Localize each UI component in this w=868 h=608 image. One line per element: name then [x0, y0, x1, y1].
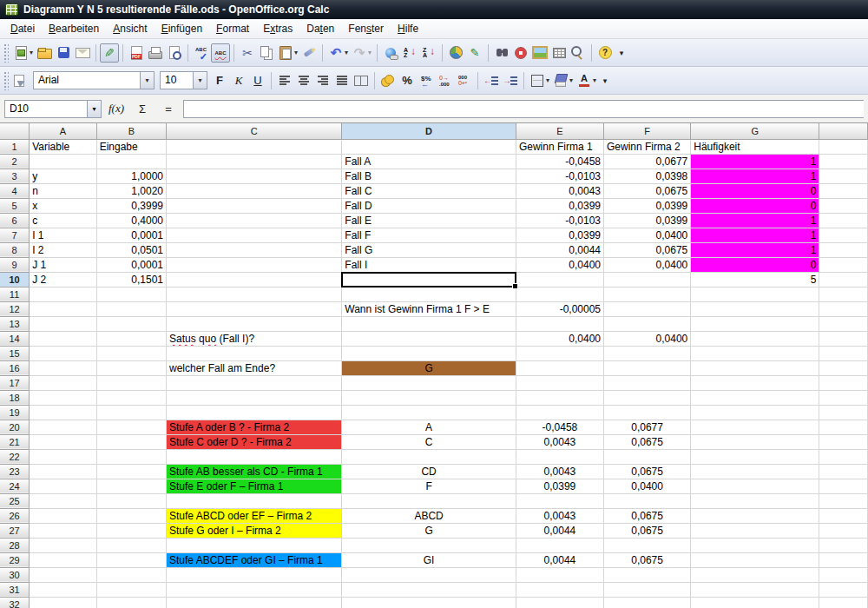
cell-A28[interactable] — [30, 538, 97, 552]
cell-D21[interactable]: C — [342, 434, 516, 449]
cell-H3[interactable] — [819, 169, 868, 183]
cell-F20[interactable]: 0,0677 — [604, 420, 691, 434]
cell-E3[interactable]: -0,0103 — [516, 169, 603, 183]
cell-A18[interactable] — [30, 390, 97, 405]
borders-dropdown-icon[interactable]: ▾ — [546, 76, 549, 84]
help-button[interactable] — [595, 43, 615, 63]
cell-E21[interactable]: 0,0043 — [516, 434, 603, 449]
cell-C10[interactable] — [167, 272, 342, 287]
cell-H12[interactable] — [819, 301, 868, 316]
cell-C24[interactable]: Stufe E oder F – Firma 1 — [167, 479, 342, 493]
cell-B8[interactable]: 0,0501 — [96, 242, 166, 257]
cell-E16[interactable] — [516, 360, 603, 375]
cell-F24[interactable]: 0,0400 — [604, 479, 691, 493]
row-header-31[interactable]: 31 — [0, 582, 30, 597]
cell-C22[interactable] — [167, 449, 342, 464]
row-header-16[interactable]: 16 — [0, 360, 30, 375]
row-header-21[interactable]: 21 — [0, 434, 30, 449]
cell-C8[interactable] — [167, 242, 342, 257]
cell-H26[interactable] — [819, 508, 868, 523]
cell-H22[interactable] — [819, 449, 868, 464]
cell-A4[interactable]: n — [30, 183, 97, 198]
cell-D1[interactable] — [342, 139, 516, 154]
cell-G25[interactable] — [691, 493, 819, 508]
font-color-button[interactable]: ▾ — [575, 71, 598, 90]
column-header-B[interactable]: B — [96, 123, 166, 139]
find-replace-button[interactable] — [492, 43, 511, 63]
cell-E24[interactable]: 0,0399 — [516, 479, 603, 493]
cell-F16[interactable] — [604, 360, 691, 375]
menu-item-einfgen[interactable]: Einfügen — [155, 20, 209, 37]
cell-A21[interactable] — [30, 434, 97, 449]
cell-D14[interactable] — [342, 331, 516, 346]
cell-B6[interactable]: 0,4000 — [96, 213, 166, 228]
cell-B2[interactable] — [96, 154, 166, 169]
cell-E23[interactable]: 0,0043 — [516, 464, 603, 479]
cell-C29[interactable]: Stufe ABCDEF oder GI – Firma 1 — [167, 552, 342, 567]
cell-D7[interactable]: Fall F — [342, 228, 516, 242]
row-header-5[interactable]: 5 — [0, 198, 30, 213]
cell-C21[interactable]: Stufe C oder D ? - Firma 2 — [167, 434, 342, 449]
cell-B10[interactable]: 0,1501 — [96, 272, 166, 287]
percent-format-button[interactable] — [398, 71, 417, 90]
delete-decimal-button[interactable] — [455, 71, 474, 90]
toolbar-options-button[interactable] — [598, 71, 612, 90]
cell-C6[interactable] — [167, 213, 342, 228]
cell-C26[interactable]: Stufe ABCD oder EF – Firma 2 — [167, 508, 342, 523]
row-header-17[interactable]: 17 — [0, 375, 30, 390]
cell-B29[interactable] — [96, 552, 166, 567]
cell-E25[interactable] — [516, 493, 603, 508]
cell-D28[interactable] — [342, 538, 516, 552]
align-center-button[interactable] — [294, 71, 313, 90]
cell-H15[interactable] — [819, 346, 868, 360]
cell-F5[interactable]: 0,0399 — [604, 198, 691, 213]
row-header-26[interactable]: 26 — [0, 508, 30, 523]
paste-dropdown-icon[interactable]: ▾ — [294, 49, 298, 56]
cell-E22[interactable] — [516, 449, 603, 464]
bold-button[interactable]: F — [210, 71, 229, 90]
cell-G15[interactable] — [691, 346, 819, 360]
row-header-24[interactable]: 24 — [0, 479, 30, 493]
cell-F13[interactable] — [604, 316, 691, 331]
font-size-value[interactable]: 10 — [161, 72, 193, 89]
cell-H6[interactable] — [819, 213, 868, 228]
cell-F30[interactable] — [604, 567, 691, 582]
cell-A6[interactable]: c — [30, 213, 97, 228]
cell-G23[interactable] — [691, 464, 819, 479]
chart-button[interactable] — [446, 43, 465, 63]
cell-E13[interactable] — [516, 316, 603, 331]
cell-F28[interactable] — [604, 538, 691, 552]
cell-A16[interactable] — [30, 360, 97, 375]
cell-C4[interactable] — [167, 183, 342, 198]
cell-A7[interactable]: I 1 — [30, 228, 97, 242]
cell-C16[interactable]: welcher Fall am Ende? — [167, 360, 342, 375]
cell-H5[interactable] — [819, 198, 868, 213]
cell-A2[interactable] — [30, 154, 97, 169]
cell-C3[interactable] — [167, 169, 342, 183]
cell-F21[interactable]: 0,0675 — [604, 434, 691, 449]
row-header-27[interactable]: 27 — [0, 523, 30, 538]
function-button[interactable]: = — [157, 102, 180, 116]
cell-G10[interactable]: 5 — [691, 272, 819, 287]
cell-C28[interactable] — [167, 538, 342, 552]
cell-G18[interactable] — [691, 390, 819, 405]
cell-D19[interactable] — [342, 405, 516, 420]
redo-dropdown-icon[interactable]: ▾ — [368, 49, 372, 56]
cell-D2[interactable]: Fall A — [342, 154, 516, 169]
cell-F3[interactable]: 0,0398 — [604, 169, 691, 183]
menu-item-ansicht[interactable]: Ansicht — [106, 20, 154, 37]
cell-F6[interactable]: 0,0399 — [604, 213, 691, 228]
cell-E15[interactable] — [516, 346, 603, 360]
cell-A26[interactable] — [30, 508, 97, 523]
cell-H9[interactable] — [819, 257, 868, 272]
cell-B20[interactable] — [96, 420, 166, 434]
cell-G22[interactable] — [691, 449, 819, 464]
cell-H18[interactable] — [819, 390, 868, 405]
cell-E14[interactable]: 0,0400 — [516, 331, 603, 346]
pdf-export-button[interactable] — [127, 43, 146, 63]
cell-B21[interactable] — [96, 434, 166, 449]
cell-G1[interactable]: Häufigkeit — [691, 139, 819, 154]
cell-F26[interactable]: 0,0675 — [604, 508, 691, 523]
cell-G27[interactable] — [691, 523, 819, 538]
align-right-button[interactable] — [313, 71, 332, 90]
